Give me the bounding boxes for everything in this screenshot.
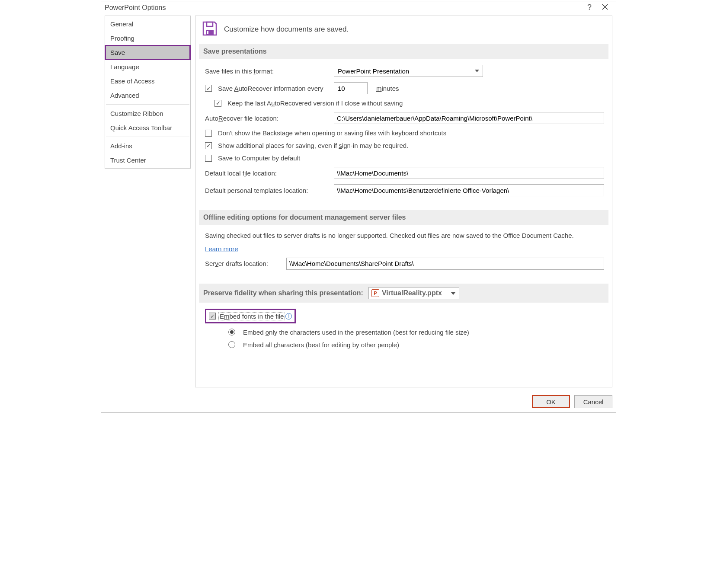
learn-more-link[interactable]: Learn more: [205, 245, 238, 252]
default-templates-label: Default personal templates location:: [205, 187, 308, 194]
embed-only-used-label: Embed only the characters used in the pr…: [243, 329, 469, 336]
help-button[interactable]: ?: [581, 3, 598, 12]
autorecover-checkbox[interactable]: [205, 85, 212, 92]
page-header: Customize how documents are saved.: [199, 19, 608, 44]
default-templates-input[interactable]: [334, 184, 604, 196]
close-icon: [602, 4, 608, 10]
presentation-name: VirtualReality.pptx: [382, 289, 442, 297]
default-local-input[interactable]: [334, 167, 604, 179]
save-computer-label: Save to Computer by default: [218, 154, 300, 162]
show-places-label: Show additional places for saving, even …: [218, 142, 408, 149]
sidebar-item-general[interactable]: General: [105, 17, 190, 31]
embed-only-used-radio[interactable]: [228, 329, 235, 336]
server-drafts-input[interactable]: [286, 258, 604, 270]
autorecover-location-label: AutoRecover file location:: [205, 115, 278, 122]
autorecover-minutes-input[interactable]: [334, 82, 368, 94]
save-format-combo[interactable]: PowerPoint Presentation: [334, 65, 483, 77]
svg-rect-1: [207, 22, 213, 26]
dont-backstage-label: Don't show the Backstage when opening or…: [218, 129, 446, 137]
presentation-selector[interactable]: P VirtualReality.pptx: [368, 287, 459, 299]
info-icon[interactable]: i: [285, 313, 292, 320]
autorecover-label: Save AutoRecover information every: [218, 85, 323, 92]
svg-rect-2: [207, 31, 208, 34]
fidelity-title: Preserve fidelity when sharing this pres…: [203, 289, 363, 297]
close-button[interactable]: [598, 4, 612, 12]
dialog-title: PowerPoint Options: [105, 4, 581, 12]
titlebar: PowerPoint Options ?: [101, 1, 616, 16]
sidebar-item-add-ins[interactable]: Add-ins: [105, 139, 190, 153]
ok-button[interactable]: OK: [532, 395, 570, 408]
sidebar-item-ease-of-access[interactable]: Ease of Access: [105, 74, 190, 88]
section-offline: Offline editing options for document man…: [199, 210, 608, 225]
sidebar-item-trust-center[interactable]: Trust Center: [105, 153, 190, 167]
embed-all-label: Embed all characters (best for editing b…: [243, 341, 399, 348]
autorecover-location-input[interactable]: [334, 112, 604, 124]
format-label: Save files in this format:: [205, 67, 274, 75]
section-save-presentations: Save presentations: [199, 44, 608, 59]
offline-note: Saving checked out files to server draft…: [205, 231, 604, 241]
save-computer-checkbox[interactable]: [205, 155, 212, 162]
autorecover-unit: minutes: [376, 85, 399, 92]
sidebar-separator: [106, 104, 189, 105]
options-dialog: PowerPoint Options ? General Proofing Sa…: [101, 1, 616, 413]
cancel-button[interactable]: Cancel: [574, 395, 612, 408]
default-local-label: Default local file location:: [205, 169, 277, 177]
sidebar-separator: [106, 137, 189, 137]
embed-fonts-highlight: Embed fonts in the file i: [205, 309, 296, 323]
embed-fonts-checkbox[interactable]: [209, 313, 216, 320]
sidebar-item-language[interactable]: Language: [105, 60, 190, 74]
sidebar-item-customize-ribbon[interactable]: Customize Ribbon: [105, 106, 190, 121]
embed-fonts-label: Embed fonts in the file: [220, 313, 284, 320]
sidebar-item-quick-access-toolbar[interactable]: Quick Access Toolbar: [105, 121, 190, 135]
content-pane: Customize how documents are saved. Save …: [195, 16, 612, 387]
dialog-footer: OK Cancel: [101, 392, 616, 412]
sidebar: General Proofing Save Language Ease of A…: [105, 16, 191, 169]
keep-last-checkbox[interactable]: [214, 100, 221, 107]
server-drafts-label: Server drafts location:: [205, 260, 268, 267]
sidebar-item-proofing[interactable]: Proofing: [105, 31, 190, 45]
section-fidelity: Preserve fidelity when sharing this pres…: [199, 284, 608, 303]
page-title: Customize how documents are saved.: [224, 25, 349, 34]
sidebar-item-advanced[interactable]: Advanced: [105, 88, 190, 102]
powerpoint-file-icon: P: [371, 289, 379, 297]
dont-backstage-checkbox[interactable]: [205, 130, 212, 137]
embed-all-radio[interactable]: [228, 341, 235, 348]
show-places-checkbox[interactable]: [205, 142, 212, 149]
sidebar-item-save[interactable]: Save: [105, 45, 190, 60]
save-icon: [202, 20, 218, 38]
keep-last-label: Keep the last AutoRecovered version if I…: [227, 99, 403, 107]
svg-rect-0: [206, 30, 214, 35]
